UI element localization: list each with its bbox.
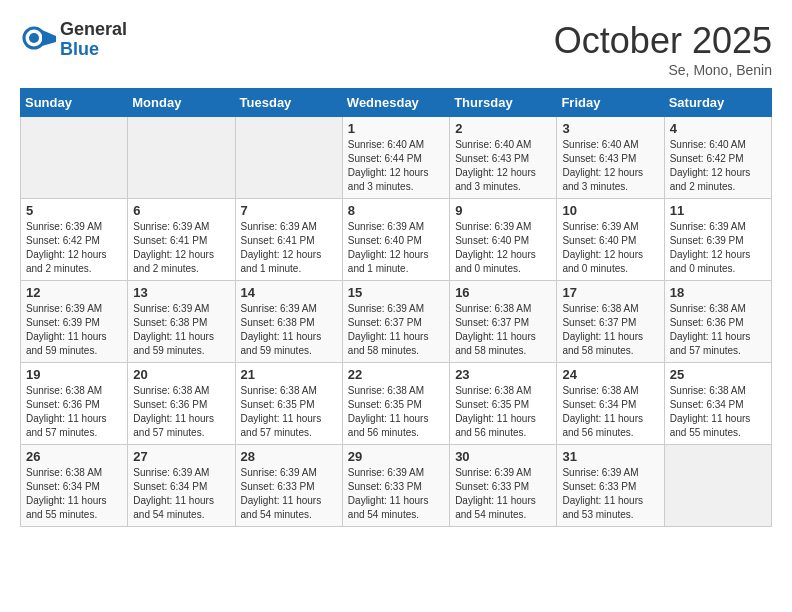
calendar-week-2: 5Sunrise: 6:39 AM Sunset: 6:42 PM Daylig… bbox=[21, 199, 772, 281]
day-info: Sunrise: 6:40 AM Sunset: 6:43 PM Dayligh… bbox=[455, 138, 551, 194]
day-number: 24 bbox=[562, 367, 658, 382]
day-info: Sunrise: 6:40 AM Sunset: 6:44 PM Dayligh… bbox=[348, 138, 444, 194]
calendar-cell: 25Sunrise: 6:38 AM Sunset: 6:34 PM Dayli… bbox=[664, 363, 771, 445]
calendar-week-5: 26Sunrise: 6:38 AM Sunset: 6:34 PM Dayli… bbox=[21, 445, 772, 527]
calendar-cell: 21Sunrise: 6:38 AM Sunset: 6:35 PM Dayli… bbox=[235, 363, 342, 445]
calendar-cell bbox=[664, 445, 771, 527]
calendar-week-4: 19Sunrise: 6:38 AM Sunset: 6:36 PM Dayli… bbox=[21, 363, 772, 445]
day-info: Sunrise: 6:38 AM Sunset: 6:36 PM Dayligh… bbox=[670, 302, 766, 358]
calendar-cell: 27Sunrise: 6:39 AM Sunset: 6:34 PM Dayli… bbox=[128, 445, 235, 527]
page-header: General Blue October 2025 Se, Mono, Beni… bbox=[20, 20, 772, 78]
day-number: 7 bbox=[241, 203, 337, 218]
calendar-cell: 9Sunrise: 6:39 AM Sunset: 6:40 PM Daylig… bbox=[450, 199, 557, 281]
calendar-cell: 31Sunrise: 6:39 AM Sunset: 6:33 PM Dayli… bbox=[557, 445, 664, 527]
calendar-cell: 2Sunrise: 6:40 AM Sunset: 6:43 PM Daylig… bbox=[450, 117, 557, 199]
day-number: 28 bbox=[241, 449, 337, 464]
calendar-cell: 11Sunrise: 6:39 AM Sunset: 6:39 PM Dayli… bbox=[664, 199, 771, 281]
calendar-cell: 10Sunrise: 6:39 AM Sunset: 6:40 PM Dayli… bbox=[557, 199, 664, 281]
calendar-cell: 24Sunrise: 6:38 AM Sunset: 6:34 PM Dayli… bbox=[557, 363, 664, 445]
day-info: Sunrise: 6:39 AM Sunset: 6:37 PM Dayligh… bbox=[348, 302, 444, 358]
calendar-cell: 15Sunrise: 6:39 AM Sunset: 6:37 PM Dayli… bbox=[342, 281, 449, 363]
calendar-cell: 5Sunrise: 6:39 AM Sunset: 6:42 PM Daylig… bbox=[21, 199, 128, 281]
day-info: Sunrise: 6:38 AM Sunset: 6:35 PM Dayligh… bbox=[348, 384, 444, 440]
calendar-cell: 19Sunrise: 6:38 AM Sunset: 6:36 PM Dayli… bbox=[21, 363, 128, 445]
day-info: Sunrise: 6:39 AM Sunset: 6:34 PM Dayligh… bbox=[133, 466, 229, 522]
calendar-cell: 22Sunrise: 6:38 AM Sunset: 6:35 PM Dayli… bbox=[342, 363, 449, 445]
day-number: 25 bbox=[670, 367, 766, 382]
day-number: 31 bbox=[562, 449, 658, 464]
calendar-cell: 18Sunrise: 6:38 AM Sunset: 6:36 PM Dayli… bbox=[664, 281, 771, 363]
calendar-header-row: SundayMondayTuesdayWednesdayThursdayFrid… bbox=[21, 89, 772, 117]
logo-blue: Blue bbox=[60, 39, 99, 59]
day-number: 20 bbox=[133, 367, 229, 382]
calendar-cell: 4Sunrise: 6:40 AM Sunset: 6:42 PM Daylig… bbox=[664, 117, 771, 199]
svg-point-1 bbox=[29, 33, 39, 43]
calendar-cell: 8Sunrise: 6:39 AM Sunset: 6:40 PM Daylig… bbox=[342, 199, 449, 281]
header-thursday: Thursday bbox=[450, 89, 557, 117]
calendar-cell: 14Sunrise: 6:39 AM Sunset: 6:38 PM Dayli… bbox=[235, 281, 342, 363]
day-info: Sunrise: 6:39 AM Sunset: 6:33 PM Dayligh… bbox=[348, 466, 444, 522]
day-info: Sunrise: 6:39 AM Sunset: 6:38 PM Dayligh… bbox=[241, 302, 337, 358]
calendar-cell: 23Sunrise: 6:38 AM Sunset: 6:35 PM Dayli… bbox=[450, 363, 557, 445]
day-info: Sunrise: 6:38 AM Sunset: 6:37 PM Dayligh… bbox=[455, 302, 551, 358]
day-info: Sunrise: 6:38 AM Sunset: 6:34 PM Dayligh… bbox=[26, 466, 122, 522]
day-info: Sunrise: 6:39 AM Sunset: 6:40 PM Dayligh… bbox=[455, 220, 551, 276]
header-sunday: Sunday bbox=[21, 89, 128, 117]
calendar-cell: 6Sunrise: 6:39 AM Sunset: 6:41 PM Daylig… bbox=[128, 199, 235, 281]
day-number: 16 bbox=[455, 285, 551, 300]
day-number: 12 bbox=[26, 285, 122, 300]
day-info: Sunrise: 6:39 AM Sunset: 6:33 PM Dayligh… bbox=[562, 466, 658, 522]
day-info: Sunrise: 6:38 AM Sunset: 6:36 PM Dayligh… bbox=[26, 384, 122, 440]
header-friday: Friday bbox=[557, 89, 664, 117]
calendar-cell: 12Sunrise: 6:39 AM Sunset: 6:39 PM Dayli… bbox=[21, 281, 128, 363]
day-info: Sunrise: 6:38 AM Sunset: 6:35 PM Dayligh… bbox=[241, 384, 337, 440]
logo: General Blue bbox=[20, 20, 127, 60]
day-number: 2 bbox=[455, 121, 551, 136]
day-number: 27 bbox=[133, 449, 229, 464]
calendar-table: SundayMondayTuesdayWednesdayThursdayFrid… bbox=[20, 88, 772, 527]
calendar-cell: 16Sunrise: 6:38 AM Sunset: 6:37 PM Dayli… bbox=[450, 281, 557, 363]
day-info: Sunrise: 6:38 AM Sunset: 6:34 PM Dayligh… bbox=[670, 384, 766, 440]
calendar-week-3: 12Sunrise: 6:39 AM Sunset: 6:39 PM Dayli… bbox=[21, 281, 772, 363]
location: Se, Mono, Benin bbox=[554, 62, 772, 78]
svg-marker-2 bbox=[42, 30, 56, 46]
calendar-cell bbox=[235, 117, 342, 199]
day-info: Sunrise: 6:39 AM Sunset: 6:38 PM Dayligh… bbox=[133, 302, 229, 358]
day-number: 14 bbox=[241, 285, 337, 300]
day-number: 18 bbox=[670, 285, 766, 300]
day-info: Sunrise: 6:38 AM Sunset: 6:36 PM Dayligh… bbox=[133, 384, 229, 440]
day-number: 4 bbox=[670, 121, 766, 136]
day-info: Sunrise: 6:39 AM Sunset: 6:39 PM Dayligh… bbox=[670, 220, 766, 276]
header-tuesday: Tuesday bbox=[235, 89, 342, 117]
day-number: 9 bbox=[455, 203, 551, 218]
calendar-cell: 20Sunrise: 6:38 AM Sunset: 6:36 PM Dayli… bbox=[128, 363, 235, 445]
day-number: 26 bbox=[26, 449, 122, 464]
day-info: Sunrise: 6:39 AM Sunset: 6:40 PM Dayligh… bbox=[348, 220, 444, 276]
day-number: 1 bbox=[348, 121, 444, 136]
calendar-cell: 30Sunrise: 6:39 AM Sunset: 6:33 PM Dayli… bbox=[450, 445, 557, 527]
day-number: 22 bbox=[348, 367, 444, 382]
header-monday: Monday bbox=[128, 89, 235, 117]
calendar-week-1: 1Sunrise: 6:40 AM Sunset: 6:44 PM Daylig… bbox=[21, 117, 772, 199]
day-number: 10 bbox=[562, 203, 658, 218]
day-info: Sunrise: 6:38 AM Sunset: 6:34 PM Dayligh… bbox=[562, 384, 658, 440]
month-title: October 2025 bbox=[554, 20, 772, 62]
day-number: 3 bbox=[562, 121, 658, 136]
day-info: Sunrise: 6:39 AM Sunset: 6:33 PM Dayligh… bbox=[455, 466, 551, 522]
calendar-cell: 17Sunrise: 6:38 AM Sunset: 6:37 PM Dayli… bbox=[557, 281, 664, 363]
day-number: 30 bbox=[455, 449, 551, 464]
day-number: 15 bbox=[348, 285, 444, 300]
day-info: Sunrise: 6:39 AM Sunset: 6:33 PM Dayligh… bbox=[241, 466, 337, 522]
day-info: Sunrise: 6:38 AM Sunset: 6:37 PM Dayligh… bbox=[562, 302, 658, 358]
day-number: 23 bbox=[455, 367, 551, 382]
day-number: 29 bbox=[348, 449, 444, 464]
day-info: Sunrise: 6:39 AM Sunset: 6:41 PM Dayligh… bbox=[133, 220, 229, 276]
day-number: 13 bbox=[133, 285, 229, 300]
day-info: Sunrise: 6:38 AM Sunset: 6:35 PM Dayligh… bbox=[455, 384, 551, 440]
day-info: Sunrise: 6:40 AM Sunset: 6:43 PM Dayligh… bbox=[562, 138, 658, 194]
calendar-cell: 13Sunrise: 6:39 AM Sunset: 6:38 PM Dayli… bbox=[128, 281, 235, 363]
calendar-cell: 28Sunrise: 6:39 AM Sunset: 6:33 PM Dayli… bbox=[235, 445, 342, 527]
calendar-cell bbox=[21, 117, 128, 199]
day-info: Sunrise: 6:39 AM Sunset: 6:41 PM Dayligh… bbox=[241, 220, 337, 276]
calendar-cell: 26Sunrise: 6:38 AM Sunset: 6:34 PM Dayli… bbox=[21, 445, 128, 527]
